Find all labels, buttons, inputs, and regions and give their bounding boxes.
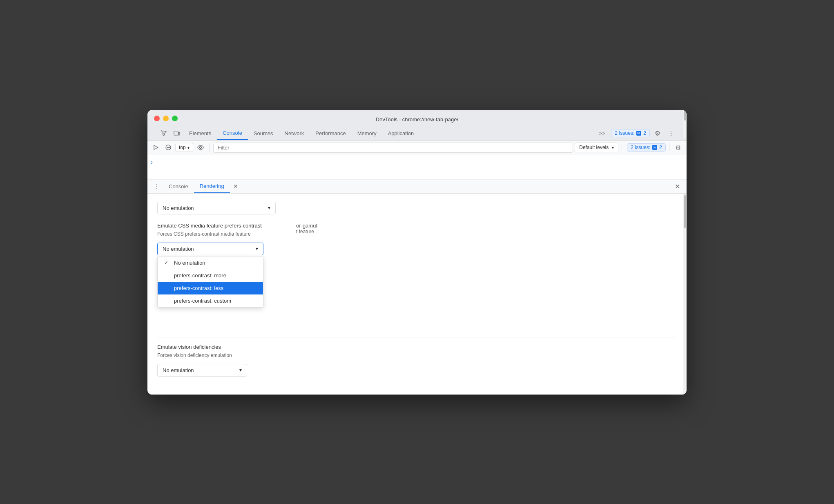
drawer-scrollbar-thumb[interactable] (684, 195, 686, 228)
tab-console[interactable]: Console (217, 127, 248, 140)
color-scheme-chevron: ▾ (268, 205, 270, 211)
tab-elements[interactable]: Elements (183, 127, 217, 140)
tab-performance[interactable]: Performance (310, 127, 351, 140)
eye-icon-btn[interactable] (195, 143, 206, 152)
partial-text-1: or-gamut (296, 223, 317, 229)
contrast-dropdown-value: No emulation (163, 246, 194, 252)
issues-label: 2 Issues: (615, 130, 634, 136)
minimize-button[interactable] (163, 116, 169, 121)
prompt-chevron: › (151, 158, 153, 165)
issues-badge[interactable]: 2 Issues: ✉ 2 (611, 129, 650, 137)
console-prompt: › (151, 158, 683, 165)
levels-chevron: ▾ (612, 145, 614, 150)
context-selector[interactable]: top ▾ (175, 143, 193, 152)
toolbar-issues-badge[interactable]: 2 Issues: ✉ 2 (627, 143, 666, 152)
svg-point-8 (199, 147, 201, 149)
contrast-dropdown-chevron: ▾ (256, 246, 258, 252)
settings-icon-btn[interactable]: ⚙ (652, 128, 663, 139)
clear-console-btn[interactable] (163, 143, 174, 152)
partial-text-area: or-gamut t feature (296, 223, 317, 234)
svg-text:✉: ✉ (653, 146, 656, 149)
devtools-window: DevTools - chrome://new-tab-page/ Elemen… (147, 110, 687, 395)
drawer-close-all-btn[interactable]: ✕ (671, 181, 683, 192)
drawer-tab-menu-btn[interactable]: ⋮ (151, 180, 163, 193)
drawer-tab-console[interactable]: Console (163, 180, 194, 193)
context-chevron: ▾ (187, 145, 190, 150)
vision-section-title: Emulate vision deficiencies (157, 344, 677, 350)
console-settings-btn[interactable]: ⚙ (673, 142, 683, 153)
context-value: top (179, 145, 186, 150)
title-bar: DevTools - chrome://new-tab-page/ Elemen… (147, 110, 687, 140)
more-options-btn[interactable]: ⋮ (665, 128, 677, 139)
issues-count: 2 (643, 130, 646, 136)
more-tabs-button[interactable]: >> (596, 129, 609, 138)
toolbar-issues-label: 2 Issues: (631, 145, 650, 150)
toolbar-divider-3 (669, 143, 669, 152)
top-scrollbar (683, 110, 687, 138)
maximize-button[interactable] (172, 116, 178, 121)
console-toolbar: top ▾ Default levels ▾ 2 Issues: ✉ 2 ⚙ (147, 140, 687, 155)
inspect-icon-btn[interactable] (157, 127, 170, 139)
dropdown-item-no-emulation[interactable]: ✓ No emulation (158, 256, 263, 269)
check-mark-no-emulation: ✓ (164, 260, 171, 265)
console-output-area: › (147, 155, 687, 180)
contrast-dropdown-menu: ✓ No emulation prefers-contrast: more pr… (157, 256, 263, 308)
svg-marker-4 (154, 145, 158, 149)
tab-application[interactable]: Application (382, 127, 420, 140)
section-divider (157, 337, 677, 337)
contrast-section-subtitle: Forces CSS prefers-contrast media featur… (157, 231, 677, 237)
filter-input[interactable] (213, 143, 573, 153)
contrast-dropdown-container: No emulation ▾ ✓ No emulation prefers-co… (157, 243, 263, 255)
drawer-content-area: No emulation ▾ Emulate CSS media feature… (147, 194, 687, 395)
drawer-tab-rendering[interactable]: Rendering (194, 180, 230, 193)
color-scheme-value: No emulation (163, 205, 194, 211)
toggle-device-toolbar-btn[interactable] (170, 127, 183, 139)
contrast-section-title: Emulate CSS media feature prefers-contra… (157, 223, 677, 229)
vision-dropdown-chevron: ▾ (239, 367, 242, 373)
top-scrollbar-thumb[interactable] (684, 111, 686, 120)
dropdown-item-less[interactable]: prefers-contrast: less (158, 282, 263, 294)
color-scheme-dropdown[interactable]: No emulation ▾ (157, 202, 276, 214)
emulate-color-scheme-section: No emulation ▾ (157, 202, 677, 214)
vision-dropdown[interactable]: No emulation ▾ (157, 364, 247, 377)
svg-rect-1 (178, 132, 180, 135)
partial-text-2: t feature (296, 229, 317, 234)
emulate-vision-section: Emulate vision deficiencies Forces visio… (157, 344, 677, 377)
drawer-tab-rendering-close[interactable]: ✕ (231, 182, 241, 190)
drawer-tabs-bar: ⋮ Console Rendering ✕ ✕ (147, 180, 687, 194)
main-tabs-bar: Elements Console Sources Network Perform… (154, 127, 680, 140)
default-levels-btn[interactable]: Default levels ▾ (575, 143, 618, 152)
drawer-scrollbar (683, 194, 687, 395)
close-button[interactable] (154, 116, 160, 121)
run-script-btn[interactable] (151, 143, 161, 152)
window-title: DevTools - chrome://new-tab-page/ (154, 116, 680, 123)
vision-section-subtitle: Forces vision deficiency emulation (157, 352, 677, 358)
default-levels-label: Default levels (579, 145, 609, 150)
dropdown-item-custom[interactable]: prefers-contrast: custom (158, 294, 263, 307)
tab-memory[interactable]: Memory (352, 127, 382, 140)
contrast-dropdown[interactable]: No emulation ▾ (157, 243, 263, 255)
toolbar-issues-count: 2 (659, 145, 662, 150)
svg-text:✉: ✉ (637, 131, 640, 135)
tab-sources[interactable]: Sources (248, 127, 279, 140)
toolbar-divider-2 (622, 143, 622, 152)
tabs-right-area: >> 2 Issues: ✉ 2 ⚙ ⋮ (596, 128, 677, 139)
svg-rect-0 (174, 131, 178, 135)
dropdown-item-more[interactable]: prefers-contrast: more (158, 269, 263, 282)
svg-point-7 (198, 145, 203, 149)
toolbar-divider (210, 143, 210, 152)
bottom-drawer: ⋮ Console Rendering ✕ ✕ No emulation ▾ E… (147, 180, 687, 395)
emulate-contrast-section: Emulate CSS media feature prefers-contra… (157, 223, 677, 255)
vision-dropdown-value: No emulation (163, 367, 194, 373)
tab-network[interactable]: Network (279, 127, 310, 140)
